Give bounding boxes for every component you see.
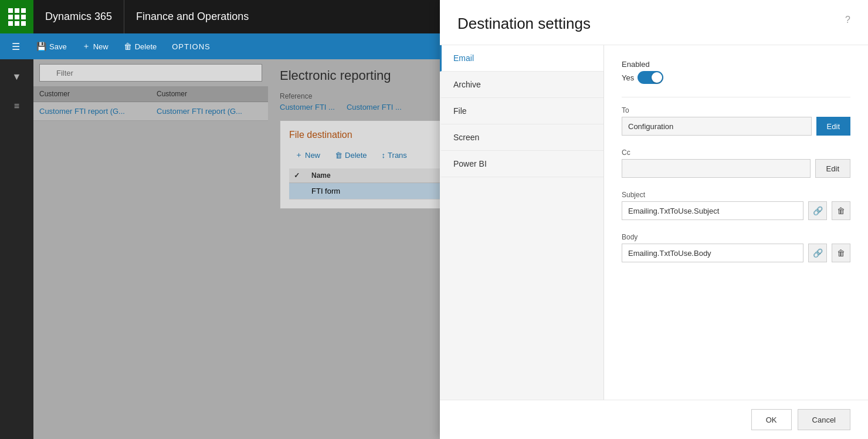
new-button[interactable]: ＋ New: [75, 36, 116, 57]
subject-input-row: 🔗 🗑: [622, 201, 850, 220]
module-name-label: Finance and Operations: [136, 11, 249, 23]
enabled-label: Enabled: [622, 60, 850, 69]
body-formula-button[interactable]: 🔗: [808, 244, 827, 262]
toggle-thumb: [652, 72, 662, 83]
delete-label: Delete: [135, 42, 157, 51]
to-edit-button[interactable]: Edit: [816, 117, 850, 136]
dest-nav-powerbi[interactable]: Power BI: [440, 151, 603, 177]
cc-section: Cc Edit: [622, 148, 850, 178]
dest-nav-email[interactable]: Email: [440, 45, 603, 72]
to-section: To Edit: [622, 106, 850, 136]
toggle-track[interactable]: [638, 71, 663, 84]
app-title: Dynamics 365: [33, 0, 124, 33]
dest-nav-file[interactable]: File: [440, 98, 603, 124]
new-label: New: [93, 42, 108, 51]
subject-label: Subject: [622, 191, 850, 199]
body-input[interactable]: [622, 244, 803, 262]
dest-nav-archive[interactable]: Archive: [440, 72, 603, 98]
dest-nav: Email Archive File Screen Power BI: [440, 45, 604, 400]
dest-body: Email Archive File Screen Power BI Enabl…: [440, 45, 868, 400]
body-input-row: 🔗 🗑: [622, 244, 850, 262]
dest-content: Enabled Yes To Edit: [604, 45, 868, 400]
subject-delete-button[interactable]: 🗑: [832, 201, 850, 220]
subject-section: Subject 🔗 🗑: [622, 191, 850, 220]
save-icon: 💾: [36, 42, 46, 51]
new-icon: ＋: [82, 41, 90, 52]
yes-label: Yes: [622, 73, 634, 82]
body-section: Body 🔗 🗑: [622, 233, 850, 262]
cc-edit-button[interactable]: Edit: [815, 159, 850, 178]
apps-grid-icon: [8, 8, 26, 26]
main-layout: ▼ ≡ 🔍 Customer Customer Customer FTI rep…: [0, 59, 868, 439]
body-label: Body: [622, 233, 850, 241]
dest-title: Destination settings: [457, 15, 591, 33]
hamburger-icon[interactable]: ☰: [6, 41, 26, 52]
help-icon[interactable]: ?: [845, 15, 850, 25]
dest-footer: OK Cancel: [440, 400, 868, 439]
subject-input[interactable]: [622, 201, 803, 220]
body-delete-button[interactable]: 🗑: [832, 244, 850, 262]
ok-button[interactable]: OK: [751, 409, 792, 430]
delete-button[interactable]: 🗑 Delete: [117, 36, 164, 57]
destination-settings-panel: Destination settings ? Email Archive Fil…: [440, 0, 868, 439]
to-label: To: [622, 106, 850, 114]
options-button[interactable]: OPTIONS: [165, 36, 218, 57]
divider-1: [622, 97, 850, 97]
dest-nav-screen[interactable]: Screen: [440, 124, 603, 151]
enabled-section: Enabled Yes: [622, 60, 850, 84]
cancel-button[interactable]: Cancel: [798, 409, 850, 430]
dest-header: Destination settings ?: [440, 0, 868, 45]
cc-input[interactable]: [622, 159, 811, 178]
delete-icon: 🗑: [124, 42, 132, 51]
apps-button[interactable]: [0, 0, 33, 33]
cc-label: Cc: [622, 148, 850, 157]
save-label: Save: [49, 42, 67, 51]
subject-formula-button[interactable]: 🔗: [808, 201, 827, 220]
app-name-label: Dynamics 365: [45, 11, 112, 23]
to-input-row: Edit: [622, 117, 850, 136]
toggle-switch[interactable]: Yes: [622, 71, 663, 84]
module-title: Finance and Operations: [124, 0, 260, 33]
cc-input-row: Edit: [622, 159, 850, 178]
to-input[interactable]: [622, 117, 812, 136]
save-button[interactable]: 💾 Save: [29, 36, 74, 57]
